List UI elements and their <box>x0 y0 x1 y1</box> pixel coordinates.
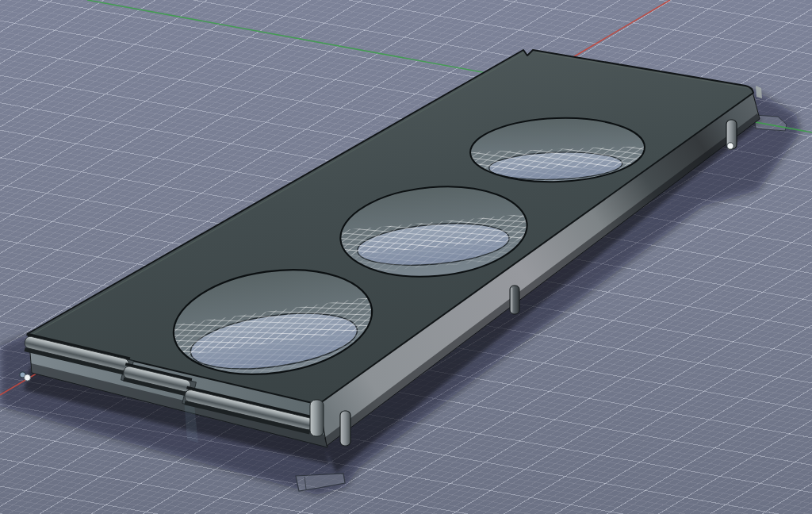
locating-tab-1 <box>340 411 350 446</box>
pin-ball <box>25 374 31 381</box>
locating-tab-3 <box>726 120 737 149</box>
hem-corner-cap <box>310 400 324 436</box>
cad-viewport[interactable] <box>0 0 812 514</box>
sheet-metal-part[interactable] <box>19 50 762 447</box>
model-canvas[interactable] <box>0 0 812 514</box>
locating-tab-2 <box>510 286 519 314</box>
tab-pin-dot <box>727 143 733 149</box>
